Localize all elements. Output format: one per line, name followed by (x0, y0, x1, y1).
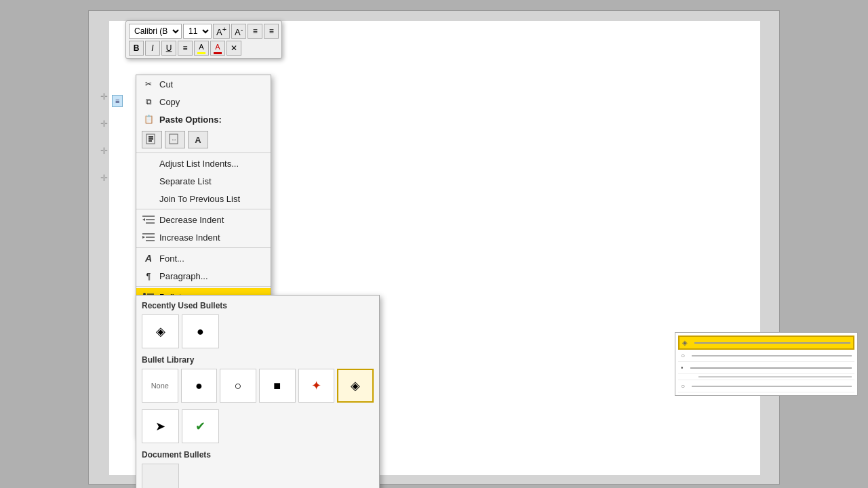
list-row-4-line (698, 376, 852, 378)
recently-used-title: Recently Used Bullets (142, 301, 374, 310)
list-row-5-line (692, 386, 852, 387)
underline-button[interactable]: U (161, 41, 176, 56)
list-row-3[interactable]: • (678, 362, 854, 374)
list-level-icon: ≡ (112, 95, 123, 107)
scissors-icon: ✂ (142, 78, 155, 90)
drag-handle-4[interactable]: ✛ (100, 173, 108, 183)
decrease-indent-label: Decrease Indent (159, 215, 224, 225)
font-family-select[interactable]: Calibri (B (129, 24, 182, 39)
menu-item-cut[interactable]: ✂ Cut (136, 75, 271, 93)
list-row-2-line (692, 355, 852, 357)
join-previous-label: Join To Previous List (159, 194, 240, 204)
paste-keep-text-button[interactable]: A (188, 131, 208, 148)
paste-icon: 📋 (142, 113, 155, 125)
svg-marker-13 (142, 236, 145, 239)
copy-icon: ⧉ (142, 96, 155, 108)
list-bullet-3: • (681, 364, 684, 371)
drag-handles: ✛ ✛ ✛ ✛ (100, 92, 108, 183)
menu-item-paste-options: 📋 Paste Options: (136, 110, 271, 128)
bullet-star-plus[interactable]: ✦ (298, 369, 335, 403)
increase-indent-icon (142, 231, 155, 243)
font-size-select[interactable]: 11 (183, 24, 212, 39)
svg-rect-3 (149, 140, 152, 142)
menu-item-paragraph[interactable]: ¶ Paragraph... (136, 267, 271, 285)
list-row-1-selected[interactable]: ◈ (678, 336, 854, 350)
paste-merge-formatting-button[interactable]: ↔ (165, 131, 185, 148)
menu-item-increase-indent[interactable]: Increase Indent (136, 228, 271, 246)
join-previous-icon (142, 192, 155, 205)
paragraph-icon: ¶ (142, 270, 155, 282)
list-bullet-2: ○ (681, 352, 685, 359)
bullet-arrow[interactable]: ➤ (142, 409, 179, 443)
list-bullet-5: ○ (681, 382, 685, 390)
recent-bullet-circle[interactable]: ● (182, 314, 219, 348)
floating-toolbar: Calibri (B 11 A+ A- ≡ ≡ B I U ≡ A A ✕ (125, 20, 282, 59)
font-size-increase-button[interactable]: A+ (213, 24, 230, 39)
list-row-5[interactable]: ○ (678, 380, 854, 392)
drag-handle-3[interactable]: ✛ (100, 146, 108, 156)
align-button[interactable]: ≡ (178, 41, 193, 56)
menu-item-font[interactable]: A Font... (136, 249, 271, 267)
paste-keep-formatting-button[interactable] (142, 131, 162, 148)
separate-list-icon (142, 175, 155, 187)
menu-item-copy[interactable]: ⧉ Copy (136, 93, 271, 110)
list-style-button[interactable]: ≡ (248, 24, 262, 39)
font-label: Font... (159, 253, 184, 264)
list-row-4[interactable] (678, 374, 854, 380)
list-row-1-line (694, 342, 850, 344)
font-size-decrease-button[interactable]: A- (231, 24, 246, 39)
indent-button[interactable]: ≡ (264, 24, 279, 39)
bold-button[interactable]: B (129, 41, 144, 56)
bullet-diamond-selected[interactable]: ◈ (337, 369, 374, 403)
svg-rect-2 (149, 138, 153, 140)
list-bullet-1: ◈ (682, 339, 688, 346)
toolbar-row-2: B I U ≡ A A ✕ (129, 41, 279, 56)
adjust-list-icon (142, 157, 155, 169)
bullet-filled-square[interactable]: ■ (259, 369, 296, 403)
cut-label: Cut (159, 79, 173, 89)
recently-used-grid: ◈ ● (142, 314, 374, 348)
separator-3 (136, 247, 271, 248)
separator-1 (136, 152, 271, 153)
italic-button[interactable]: I (145, 41, 160, 56)
bullet-open-circle[interactable]: ○ (220, 369, 256, 403)
doc-bullet-1[interactable] (142, 464, 179, 488)
library-grid-row2: ➤ ✔ (142, 409, 374, 443)
list-panel: ◈ ○ • ○ (675, 332, 858, 396)
paragraph-label: Paragraph... (159, 271, 208, 281)
menu-item-separate-list[interactable]: Separate List (136, 172, 271, 190)
separator-2 (136, 209, 271, 209)
bullets-submenu: Recently Used Bullets ◈ ● Bullet Library… (136, 295, 380, 488)
svg-text:↔: ↔ (171, 136, 177, 143)
menu-item-decrease-indent[interactable]: Decrease Indent (136, 211, 271, 228)
list-row-2[interactable]: ○ (678, 350, 854, 362)
decrease-indent-icon (142, 214, 155, 226)
paste-options-row: ↔ A (136, 128, 271, 151)
bullet-checkmark[interactable]: ✔ (182, 409, 219, 443)
increase-indent-label: Increase Indent (159, 232, 220, 243)
font-icon: A (142, 252, 155, 264)
bullet-filled-circle[interactable]: ● (181, 369, 218, 403)
separate-list-label: Separate List (159, 176, 212, 186)
paste-options-label: Paste Options: (159, 115, 222, 125)
menu-item-join-previous[interactable]: Join To Previous List (136, 190, 271, 207)
library-title: Bullet Library (142, 355, 374, 365)
list-row-3-line (690, 367, 852, 369)
document-bullets-title: Document Bullets (142, 450, 374, 460)
separator-4 (136, 286, 271, 287)
menu-item-adjust-list-indents[interactable]: Adjust List Indents... (136, 155, 271, 172)
svg-rect-1 (149, 136, 153, 138)
copy-label: Copy (159, 97, 180, 107)
highlight-button[interactable]: A (194, 41, 209, 56)
toolbar-row-1: Calibri (B 11 A+ A- ≡ ≡ (129, 24, 279, 39)
drag-handle-2[interactable]: ✛ (100, 119, 108, 129)
font-color-button[interactable]: A (210, 41, 225, 56)
clear-formatting-button[interactable]: ✕ (226, 41, 241, 56)
recent-bullet-diamond[interactable]: ◈ (142, 314, 179, 348)
library-grid-row1: None ● ○ ■ ✦ ◈ (142, 369, 374, 403)
svg-marker-9 (142, 218, 145, 221)
drag-handle-1[interactable]: ✛ (100, 92, 108, 102)
document-grid (142, 464, 374, 488)
bullet-none[interactable]: None (142, 369, 178, 403)
adjust-list-label: Adjust List Indents... (159, 159, 239, 169)
